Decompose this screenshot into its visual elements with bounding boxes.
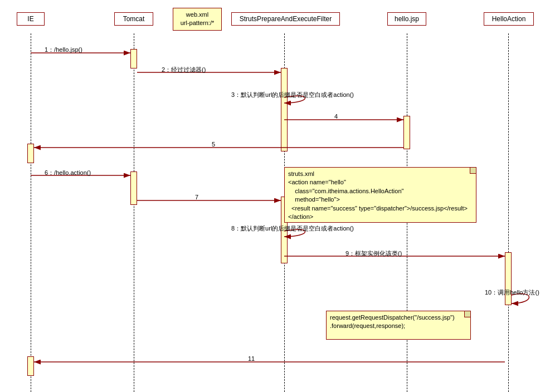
actor-filter: StrutsPrepareAndExecuteFilter [231,12,340,26]
activation-ie-2 [27,356,34,376]
label-m6: 6：/hello.action() [45,169,91,177]
lifeline-ie [31,33,31,392]
label-m4: 4 [334,113,338,120]
label-m10: 10：调用hello方法() [485,288,539,297]
activation-helloaction-1 [505,252,512,305]
note-struts-xml: struts.xml <action name="hello" class="c… [284,167,476,223]
activation-filter-1 [281,68,288,151]
actor-tomcat: Tomcat [114,12,153,26]
activation-tomcat-1 [130,49,137,68]
diagram-container: IE Tomcat web.xml url-pattern:/* StrutsP… [0,0,550,392]
label-m5: 5 [212,141,215,148]
lifeline-helloaction [508,33,509,392]
actor-ie: IE [17,12,45,26]
lifeline-tomcat [134,33,134,392]
actor-webxml: web.xml url-pattern:/* [173,8,222,31]
activation-hellojsp-1 [403,116,410,149]
label-m8: 8：默认判断url的后缀是否是空白或者action() [231,224,354,233]
actor-helloaction: HelloAction [484,12,534,26]
activation-tomcat-2 [130,171,137,205]
note-dispatcher: request.getRequestDispatcher("/success.j… [326,311,471,340]
label-m2: 2：经过过滤器() [162,66,206,74]
label-m11: 11 [248,355,255,362]
label-m7: 7 [195,194,198,200]
label-m9: 9：框架实例化该类() [345,249,402,258]
actor-hellojsp: hello.jsp [387,12,426,26]
label-m1: 1：/hello.jsp() [45,46,82,54]
activation-ie-1 [27,144,34,163]
label-m3: 3：默认判断url的后缀是否是空白或者action() [231,91,354,99]
